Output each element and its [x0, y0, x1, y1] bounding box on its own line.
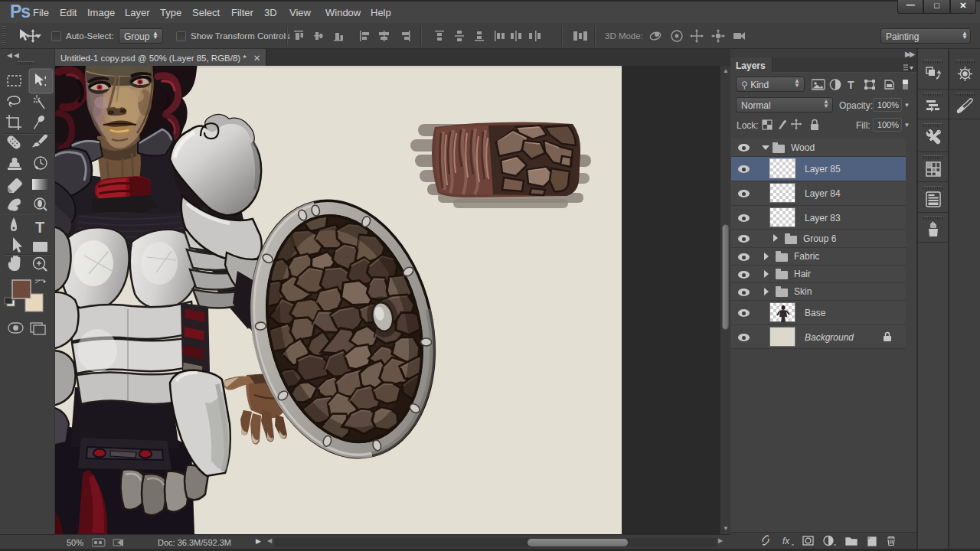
svg-text:fx: fx — [782, 536, 790, 546]
svg-text:T: T — [35, 219, 44, 236]
svg-text:T: T — [848, 79, 854, 91]
